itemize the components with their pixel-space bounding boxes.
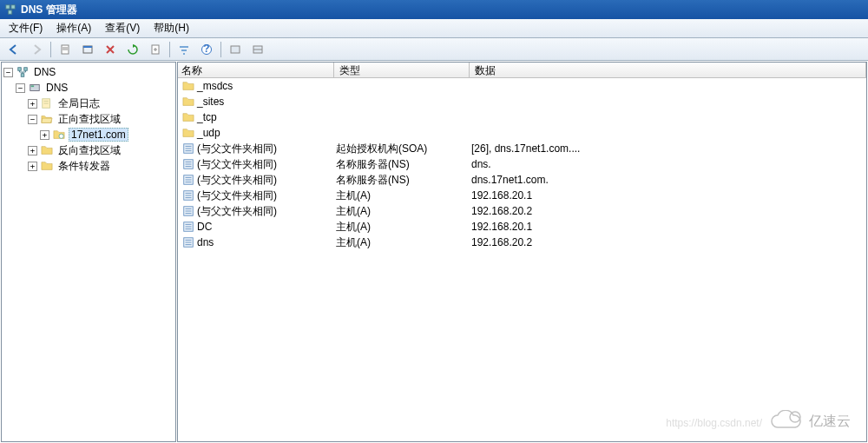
record-icon [181, 173, 195, 187]
folder-icon [181, 110, 195, 124]
list-row[interactable]: (与父文件夹相同)起始授权机构(SOA)[26], dns.17net1.com… [178, 141, 866, 156]
app-icon [3, 3, 17, 17]
toolbar-separator [50, 42, 51, 57]
list-row[interactable]: (与父文件夹相同)名称服务器(NS)dns. [178, 156, 866, 172]
list-row[interactable]: (与父文件夹相同)名称服务器(NS)dns.17net1.com. [178, 172, 866, 188]
menu-help[interactable]: 帮助(H) [147, 19, 196, 37]
tree-label: 正向查找区域 [56, 112, 122, 127]
svg-rect-19 [21, 74, 24, 77]
svg-point-29 [59, 134, 63, 138]
menubar: 文件(F) 操作(A) 查看(V) 帮助(H) [0, 19, 868, 38]
col-name-header[interactable]: 名称 [178, 63, 334, 78]
record-name: DC [197, 221, 212, 233]
record-type: 主机(A) [334, 188, 470, 203]
expand-icon[interactable]: + [40, 130, 49, 140]
export-button[interactable] [145, 40, 166, 59]
folder-open-icon [40, 112, 54, 126]
list-row[interactable]: (与父文件夹相同)主机(A)192.168.20.2 [178, 203, 866, 219]
list-row[interactable]: _tcp [178, 109, 866, 125]
help-button[interactable]: ? [196, 40, 217, 59]
tree-reverse-zones[interactable]: + 反向查找区域 [2, 142, 175, 158]
toolbar-separator [169, 42, 170, 57]
action2-button[interactable] [247, 40, 268, 59]
tree-conditional-forwarders[interactable]: + 条件转发器 [2, 158, 175, 174]
expand-icon[interactable]: + [28, 162, 37, 171]
record-data: [26], dns.17net1.com.... [470, 141, 866, 156]
svg-rect-11 [183, 53, 185, 55]
toolbar-separator [220, 42, 221, 57]
col-type-header[interactable]: 类型 [334, 63, 470, 78]
log-icon [40, 96, 54, 110]
tree-zone-17net1[interactable]: + 17net1.com [2, 127, 175, 142]
record-data: 192.168.20.2 [470, 235, 866, 250]
record-icon [181, 142, 195, 155]
svg-rect-18 [24, 68, 28, 71]
server-icon [28, 81, 42, 95]
record-name: (与父文件夹相同) [197, 204, 277, 219]
tree-forward-zones[interactable]: − 正向查找区域 [2, 111, 175, 127]
tree-label: DNS [44, 82, 69, 94]
tree-server[interactable]: − DNS [2, 80, 175, 96]
collapse-icon[interactable]: − [16, 83, 25, 93]
record-data [470, 125, 866, 141]
collapse-icon[interactable]: − [3, 68, 13, 77]
record-data [470, 94, 866, 109]
record-name: (与父文件夹相同) [197, 188, 277, 203]
filter-button[interactable] [174, 40, 194, 59]
record-data: 192.168.20.1 [470, 219, 866, 235]
list-row[interactable]: (与父文件夹相同)主机(A)192.168.20.1 [178, 188, 866, 203]
delete-button[interactable] [100, 40, 121, 59]
tree-label: 反向查找区域 [56, 143, 122, 158]
folder-icon [181, 79, 195, 93]
list-body: _msdcs_sites_tcp_udp(与父文件夹相同)起始授权机构(SOA)… [178, 78, 866, 441]
menu-view[interactable]: 查看(V) [98, 19, 147, 37]
record-data: dns. [470, 156, 866, 172]
list-row[interactable]: _sites [178, 94, 866, 109]
record-icon [181, 235, 195, 249]
folder-icon [40, 143, 54, 157]
list-header: 名称 类型 数据 [178, 63, 866, 78]
expand-icon[interactable]: + [28, 99, 37, 109]
expand-icon[interactable]: + [28, 146, 37, 155]
menu-file[interactable]: 文件(F) [2, 19, 49, 37]
record-data: 192.168.20.1 [470, 188, 866, 203]
collapse-icon[interactable]: − [28, 115, 37, 124]
refresh-button[interactable] [122, 40, 143, 59]
record-icon [181, 157, 195, 171]
tree-label: DNS [32, 66, 57, 78]
folder-icon [181, 95, 195, 109]
col-data-header[interactable]: 数据 [470, 63, 866, 78]
menu-action[interactable]: 操作(A) [49, 19, 98, 37]
record-data: dns.17net1.com. [470, 172, 866, 188]
record-type [334, 109, 470, 125]
list-row[interactable]: dns主机(A)192.168.20.2 [178, 235, 866, 250]
record-type: 主机(A) [334, 203, 470, 219]
tree-root-dns[interactable]: − DNS [2, 64, 175, 80]
action1-button[interactable] [225, 40, 246, 59]
svg-rect-17 [18, 68, 22, 71]
list-row[interactable]: _msdcs [178, 78, 866, 94]
nav-back-button[interactable] [3, 40, 24, 59]
toolbar: ? [0, 38, 868, 61]
tree-global-log[interactable]: + 全局日志 [2, 96, 175, 111]
nav-forward-button[interactable] [26, 40, 47, 59]
record-name: _tcp [197, 111, 217, 123]
svg-rect-0 [6, 5, 10, 9]
watermark-text: 亿速云 [809, 413, 851, 431]
svg-rect-9 [180, 46, 188, 48]
svg-rect-10 [181, 50, 187, 51]
tree: − DNS − DNS + 全局日志 − 正向查找区域 + [2, 63, 175, 175]
record-icon [181, 220, 195, 234]
svg-rect-14 [231, 46, 240, 53]
tree-pane: − DNS − DNS + 全局日志 − 正向查找区域 + [1, 62, 176, 442]
watermark-url: https://blog.csdn.net/ [666, 417, 762, 429]
properties-button[interactable] [55, 40, 76, 59]
record-type [334, 125, 470, 141]
record-name: (与父文件夹相同) [197, 142, 277, 156]
new-window-button[interactable] [77, 40, 98, 59]
list-row[interactable]: DC主机(A)192.168.20.1 [178, 219, 866, 235]
titlebar: DNS 管理器 [0, 0, 868, 19]
record-name: (与父文件夹相同) [197, 157, 277, 172]
list-row[interactable]: _udp [178, 125, 866, 141]
folder-icon [181, 126, 195, 140]
